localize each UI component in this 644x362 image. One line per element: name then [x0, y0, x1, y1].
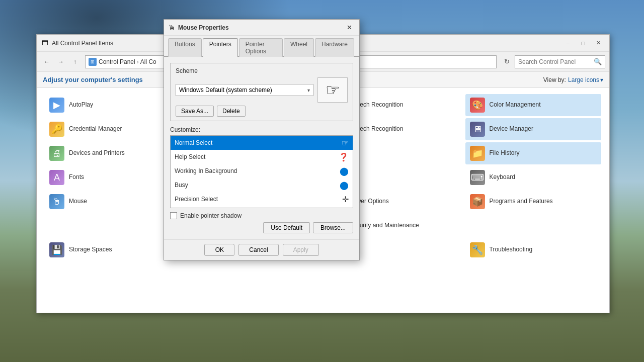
trouble-label: Troubleshooting: [490, 246, 533, 254]
cp-item-blank4: [45, 215, 181, 237]
working-bg-icon: ⬤: [340, 166, 349, 176]
cp-item-programs[interactable]: 📦 Programs and Features: [465, 191, 602, 213]
mouse-label: Mouse: [69, 198, 87, 206]
precision-label: Precision Select: [175, 196, 342, 203]
refresh-button[interactable]: ↻: [501, 56, 513, 68]
dialog-tabs: Buttons Pointers Pointer Options Wheel H…: [164, 36, 359, 57]
cp-item-credential[interactable]: 🔑 Credential Manager: [45, 118, 181, 140]
keyboard-icon: ⌨: [469, 169, 486, 186]
cancel-button[interactable]: Cancel: [238, 244, 278, 256]
programs-label: Programs and Features: [490, 198, 553, 206]
cp-item-keyboard[interactable]: ⌨ Keyboard: [465, 166, 602, 189]
scheme-dropdown[interactable]: Windows Default (system scheme) ▾: [176, 84, 313, 96]
devices-label: Devices and Printers: [69, 149, 125, 157]
dialog-body: Scheme Windows Default (system scheme) ▾…: [164, 57, 359, 239]
scheme-group: Scheme Windows Default (system scheme) ▾…: [170, 63, 353, 121]
cursor-item-working-bg[interactable]: Working In Background ⬤: [171, 164, 353, 178]
keyboard-label: Keyboard: [490, 173, 515, 182]
tab-pointers[interactable]: Pointers: [203, 38, 238, 57]
scheme-value: Windows Default (system scheme): [179, 86, 307, 94]
cp-item-color-mgmt[interactable]: 🎨 Color Management: [465, 94, 602, 116]
tab-buttons[interactable]: Buttons: [168, 38, 202, 57]
scheme-label: Scheme: [176, 67, 348, 74]
view-by-container: View by: Large icons ▾: [543, 76, 603, 83]
dialog-icon: 🖱: [168, 24, 175, 32]
fonts-icon: A: [49, 169, 65, 186]
cp-item-fonts[interactable]: A Fonts: [45, 166, 181, 189]
cp-item-storage[interactable]: 💾 Storage Spaces: [45, 239, 181, 261]
tab-wheel[interactable]: Wheel: [284, 38, 314, 57]
cp-item-blank7: [45, 263, 181, 284]
storage-label: Storage Spaces: [69, 246, 112, 254]
window-controls: – □ ✕: [561, 38, 605, 49]
cp-item-device-mgr[interactable]: 🖥 Device Manager: [465, 118, 602, 140]
cursor-preview-icon: ☞: [326, 80, 340, 100]
cp-item-autoplay[interactable]: ▶ AutoPlay: [45, 94, 181, 116]
action-buttons: Use Default Browse...: [170, 222, 353, 233]
working-bg-label: Working In Background: [175, 167, 340, 174]
scheme-row: Windows Default (system scheme) ▾ ☞: [176, 77, 348, 103]
search-box: 🔍: [515, 55, 605, 68]
storage-icon: 💾: [49, 242, 65, 258]
pointer-shadow-label: Enable pointer shadow: [180, 212, 242, 219]
save-as-button[interactable]: Save As...: [176, 106, 214, 117]
pointer-shadow-checkbox[interactable]: [170, 212, 177, 219]
cursor-item-precision[interactable]: Precision Select ✛: [171, 192, 353, 206]
cp-item-file-hist[interactable]: 📁 File History: [465, 142, 602, 164]
back-button[interactable]: ←: [41, 56, 53, 68]
normal-select-label: Normal Select: [175, 139, 342, 146]
forward-button[interactable]: →: [55, 56, 67, 68]
cursor-item-help-select[interactable]: Help Select ❓: [171, 150, 353, 164]
close-button[interactable]: ✕: [591, 38, 605, 49]
cursor-list: Normal Select ☞ Help Select ❓ Working In…: [170, 135, 353, 208]
mouse-icon: 🖱: [49, 194, 65, 210]
cp-item-blank5: [465, 215, 602, 237]
maximize-button[interactable]: □: [576, 38, 590, 49]
help-select-label: Help Select: [175, 153, 339, 160]
address-part2: All Co: [140, 58, 156, 65]
mouse-properties-dialog: 🖱 Mouse Properties ✕ Buttons Pointers Po…: [164, 19, 360, 260]
use-default-button[interactable]: Use Default: [263, 222, 310, 233]
dialog-close-button[interactable]: ✕: [343, 23, 355, 33]
dialog-title: Mouse Properties: [178, 24, 343, 31]
normal-select-icon: ☞: [342, 138, 349, 148]
credential-label: Credential Manager: [69, 125, 122, 133]
cursor-item-normal-select[interactable]: Normal Select ☞: [171, 136, 353, 150]
address-icon: ⊞: [89, 58, 97, 66]
address-sep1: ›: [137, 58, 139, 65]
apply-button[interactable]: Apply: [283, 244, 319, 256]
credential-icon: 🔑: [49, 121, 65, 137]
tab-hardware[interactable]: Hardware: [315, 38, 354, 57]
color-mgmt-icon: 🎨: [469, 97, 486, 113]
device-mgr-icon: 🖥: [469, 121, 486, 137]
view-by-dropdown[interactable]: Large icons ▾: [568, 76, 603, 83]
view-by-chevron-icon: ▾: [600, 76, 603, 83]
cp-item-blank8: [185, 263, 321, 284]
cp-item-mouse[interactable]: 🖱 Mouse: [45, 191, 181, 213]
tab-pointer-options[interactable]: Pointer Options: [239, 38, 283, 57]
ok-button[interactable]: OK: [204, 244, 234, 256]
dialog-footer: OK Cancel Apply: [164, 239, 359, 260]
search-icon: 🔍: [594, 58, 602, 65]
window-icon: 🗔: [41, 39, 49, 47]
busy-label: Busy: [175, 182, 340, 189]
search-input[interactable]: [518, 58, 594, 65]
scheme-dropdown-arrow-icon: ▾: [307, 87, 310, 93]
cp-item-blank9: [325, 263, 461, 284]
fonts-label: Fonts: [69, 173, 84, 182]
programs-icon: 📦: [469, 194, 486, 210]
minimize-button[interactable]: –: [561, 38, 575, 49]
devices-icon: 🖨: [49, 145, 65, 161]
browse-button[interactable]: Browse...: [313, 222, 353, 233]
cp-item-trouble[interactable]: 🔧 Troubleshooting: [465, 239, 602, 261]
address-part1: Control Panel: [99, 58, 135, 65]
cp-item-devices[interactable]: 🖨 Devices and Printers: [45, 142, 181, 164]
busy-icon: ⬤: [340, 180, 349, 190]
trouble-icon: 🔧: [469, 242, 486, 258]
precision-icon: ✛: [342, 195, 349, 204]
autoplay-label: AutoPlay: [69, 101, 93, 109]
view-by-label: View by:: [543, 76, 566, 83]
cursor-item-busy[interactable]: Busy ⬤: [171, 178, 353, 192]
up-button[interactable]: ↑: [69, 56, 81, 68]
delete-button[interactable]: Delete: [217, 106, 246, 117]
